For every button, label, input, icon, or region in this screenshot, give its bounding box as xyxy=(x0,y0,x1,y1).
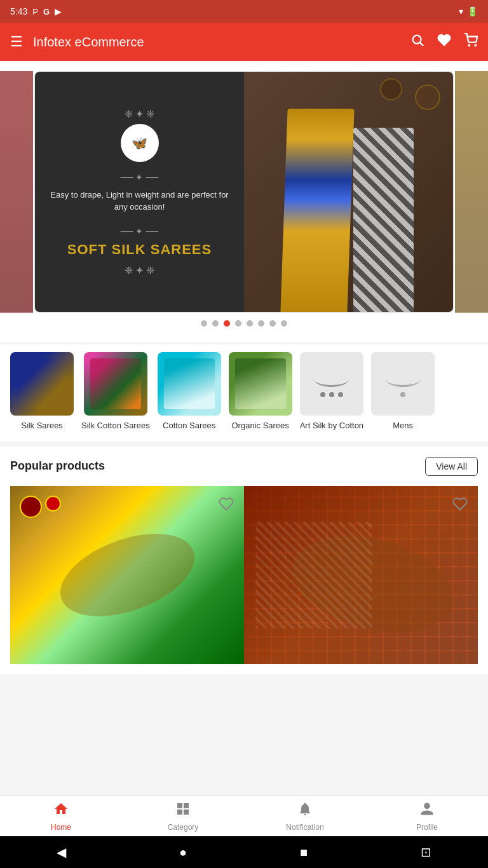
category-item-artsilk[interactable]: Art Silk by Cotton xyxy=(300,352,363,431)
mens-icon xyxy=(386,371,421,397)
search-icon[interactable] xyxy=(410,33,424,51)
product-img-2 xyxy=(244,486,478,664)
svg-line-1 xyxy=(420,43,423,46)
category-item-cotton[interactable]: Cotton Sarees xyxy=(158,352,221,431)
banner-logo: 🦋 xyxy=(121,124,159,162)
dot-7[interactable] xyxy=(269,320,276,327)
clock-decoration-2 xyxy=(380,78,402,100)
banner-slide[interactable]: ❈ ✦ ❈ 🦋 ── ✦ ── Easy to drape, Light in … xyxy=(34,71,454,313)
nav-left: ☰ Infotex eCommerce xyxy=(10,34,144,50)
category-img-silk-cotton xyxy=(84,352,147,416)
banner-wrapper: ❈ ✦ ❈ 🦋 ── ✦ ── Easy to drape, Light in … xyxy=(0,71,488,313)
cart-icon[interactable] xyxy=(464,33,478,51)
saree-figure-1 xyxy=(280,109,354,312)
art-silk-icon xyxy=(314,371,349,397)
svg-point-0 xyxy=(413,36,421,44)
category-img-mens xyxy=(371,352,435,416)
p-icon: P xyxy=(32,7,38,17)
nav-icons xyxy=(410,33,478,51)
product-card-1[interactable] xyxy=(10,486,244,664)
banner-left-panel: ❈ ✦ ❈ 🦋 ── ✦ ── Easy to drape, Light in … xyxy=(35,72,244,312)
category-item-mens[interactable]: Mens xyxy=(371,352,435,431)
banner-container: ❈ ✦ ❈ 🦋 ── ✦ ── Easy to drape, Light in … xyxy=(0,61,488,342)
banner-bg xyxy=(244,72,453,312)
category-img-artsilk xyxy=(300,352,363,416)
category-label-mens: Mens xyxy=(393,421,413,431)
dot-3[interactable] xyxy=(224,320,230,327)
popular-header: Popular products View All xyxy=(10,457,478,476)
play-icon: ▶ xyxy=(55,6,62,17)
wishlist-btn-1[interactable] xyxy=(216,494,236,514)
dot-2[interactable] xyxy=(212,320,219,327)
dot-5[interactable] xyxy=(247,320,253,327)
battery-icon: 🔋 xyxy=(467,6,478,17)
category-img-cotton xyxy=(158,352,221,416)
g-icon: G xyxy=(43,7,50,17)
popular-section: Popular products View All xyxy=(0,447,488,674)
carousel-dots xyxy=(201,320,287,327)
categories-section: Silk Sarees Silk Cotton Sarees Cotton Sa… xyxy=(0,344,488,442)
category-label-artsilk: Art Silk by Cotton xyxy=(300,421,363,431)
clock-decoration-1 xyxy=(415,85,440,110)
products-grid xyxy=(10,486,478,664)
wishlist-btn-2[interactable] xyxy=(450,494,470,514)
category-item-organic[interactable]: Organic Sarees xyxy=(229,352,292,431)
dot-6[interactable] xyxy=(258,320,264,327)
banner-title: SOFT SILK SAREES xyxy=(67,241,212,258)
category-label-cotton: Cotton Sarees xyxy=(163,421,215,431)
popular-title: Popular products xyxy=(10,459,105,473)
menu-icon[interactable]: ☰ xyxy=(10,34,23,50)
category-label-silk: Silk Sarees xyxy=(21,421,63,431)
banner-right-peek xyxy=(455,71,488,313)
view-all-button[interactable]: View All xyxy=(425,457,478,476)
category-label-silk-cotton: Silk Cotton Sarees xyxy=(81,421,150,431)
product-img-1 xyxy=(10,486,244,664)
time-display: 5:43 xyxy=(10,6,27,17)
status-bar: 5:43 P G ▶ ▾ 🔋 xyxy=(0,0,488,23)
dot-4[interactable] xyxy=(235,320,241,327)
category-item-silk-cotton[interactable]: Silk Cotton Sarees xyxy=(81,352,150,431)
banner-right-panel xyxy=(244,72,453,312)
wishlist-icon[interactable] xyxy=(437,33,451,51)
category-img-organic xyxy=(229,352,292,416)
category-item-silk[interactable]: Silk Sarees xyxy=(10,352,74,431)
category-label-organic: Organic Sarees xyxy=(232,421,289,431)
top-navigation: ☰ Infotex eCommerce xyxy=(0,23,488,61)
dot-1[interactable] xyxy=(201,320,207,327)
status-right: ▾ 🔋 xyxy=(459,6,478,17)
svg-point-2 xyxy=(468,44,470,46)
banner-tagline: Easy to drape, Light in weight and are p… xyxy=(48,189,231,214)
dot-8[interactable] xyxy=(281,320,287,327)
saree-figure-2 xyxy=(353,128,414,312)
svg-point-3 xyxy=(475,44,476,46)
status-left: 5:43 P G ▶ xyxy=(10,6,62,17)
categories-scroll: Silk Sarees Silk Cotton Sarees Cotton Sa… xyxy=(0,352,488,431)
wifi-icon: ▾ xyxy=(459,6,463,17)
category-img-silk xyxy=(10,352,74,416)
banner-left-peek xyxy=(0,71,33,313)
product-card-2[interactable] xyxy=(244,486,478,664)
app-title: Infotex eCommerce xyxy=(33,35,144,50)
